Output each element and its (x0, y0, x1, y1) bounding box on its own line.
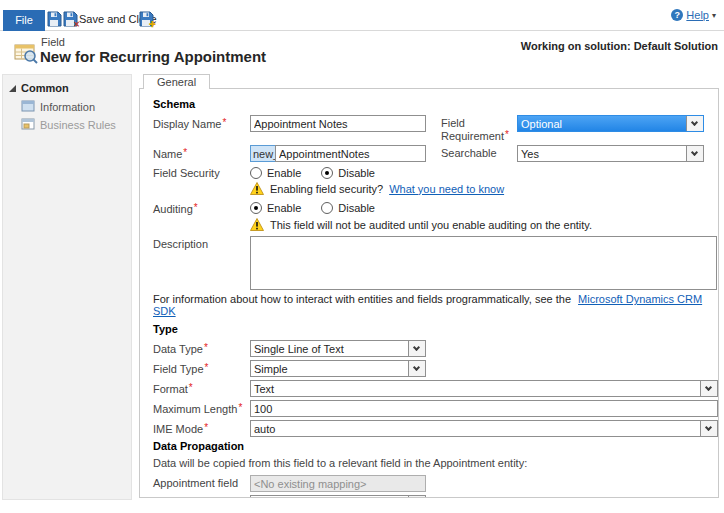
save-icon[interactable] (46, 11, 62, 27)
format-select[interactable]: Text (250, 380, 718, 397)
required-marker: * (189, 382, 193, 393)
warning-icon (250, 218, 264, 231)
auditing-enable-radio[interactable]: Enable (250, 202, 301, 214)
searchable-label: Searchable (441, 145, 517, 159)
maximum-length-row: Maximum Length* (153, 400, 718, 417)
help-menu[interactable]: ? Help ▾ (671, 9, 716, 21)
field-type-select[interactable]: Simple (250, 360, 426, 377)
display-name-input[interactable] (250, 115, 426, 132)
name-prefix: new_ (250, 145, 276, 162)
information-page-icon (21, 100, 35, 114)
dropdown-arrow-icon (408, 361, 425, 376)
description-label: Description (153, 236, 250, 250)
auditing-disable-radio[interactable]: Disable (321, 202, 375, 214)
type-section-heading: Type (153, 323, 718, 335)
description-input[interactable] (250, 236, 717, 290)
radio-selected-icon (321, 167, 333, 179)
main-content: General Schema Display Name* Field Requi… (139, 74, 719, 498)
warning-icon (250, 182, 264, 195)
field-requirement-label: Field Requirement* (441, 115, 517, 142)
select-field-row: Select Field* -Select- (153, 495, 718, 498)
entity-type-label: Field (41, 36, 65, 48)
chevron-down-icon: ▾ (712, 11, 716, 20)
dropdown-arrow-icon (408, 496, 425, 498)
name-input[interactable] (275, 145, 426, 162)
appointment-field-label: Appointment field (153, 475, 250, 489)
data-propagation-heading: Data Propagation (153, 440, 718, 452)
sidebar-item-business-rules[interactable]: Business Rules (3, 114, 131, 132)
toolbar: File ✕ Save and Close ✚ ? Help ▾ (0, 0, 724, 31)
required-marker: * (194, 202, 198, 213)
tab-general[interactable]: General (143, 74, 210, 89)
appointment-field-row: Appointment field (153, 475, 718, 492)
sidebar-item-label: Information (40, 101, 95, 113)
business-rules-icon (21, 118, 35, 132)
field-security-enable-radio[interactable]: Enable (250, 167, 301, 179)
sidebar-item-information[interactable]: Information (3, 96, 131, 114)
auditing-warning: This field will not be audited until you… (250, 218, 718, 231)
what-you-need-to-know-link[interactable]: What you need to know (389, 183, 504, 195)
schema-section-heading: Schema (153, 98, 718, 110)
name-label: Name* (153, 145, 250, 160)
dropdown-arrow-icon (686, 146, 703, 161)
auditing-row: Auditing* Enable Disable (153, 200, 718, 215)
required-marker: * (205, 362, 209, 373)
sdk-note: For information about how to interact wi… (153, 293, 718, 317)
appointment-field-input (250, 475, 426, 492)
sidebar-item-label: Business Rules (40, 119, 116, 131)
field-security-warning-text: Enabling field security? (270, 183, 383, 195)
dropdown-arrow-icon (686, 116, 703, 131)
field-entity-icon (14, 42, 38, 66)
name-row: Name* new_ Searchable Yes (153, 145, 718, 162)
save-and-new-icon[interactable]: ✚ (138, 11, 154, 27)
radio-icon (321, 202, 333, 214)
required-marker: * (505, 129, 509, 140)
format-label: Format* (153, 380, 250, 395)
ime-mode-label: IME Mode* (153, 420, 250, 435)
radio-selected-icon (250, 202, 262, 214)
data-type-label: Data Type* (153, 340, 250, 355)
general-form: Schema Display Name* Field Requirement* … (139, 88, 719, 498)
data-type-select[interactable]: Single Line of Text (250, 340, 426, 357)
dropdown-arrow-icon (700, 421, 717, 436)
field-security-label: Field Security (153, 165, 250, 179)
file-menu-button[interactable]: File (3, 10, 45, 31)
display-name-row: Display Name* Field Requirement* Optiona… (153, 115, 718, 142)
help-icon: ? (671, 9, 683, 21)
ime-mode-select[interactable]: auto (250, 420, 718, 437)
field-security-warning: Enabling field security? What you need t… (250, 182, 718, 195)
select-field-select[interactable]: -Select- (250, 495, 426, 498)
sidebar-group-label: Common (21, 82, 69, 94)
field-security-row: Field Security Enable Disable (153, 165, 718, 179)
field-security-disable-radio[interactable]: Disable (321, 167, 375, 179)
maximum-length-label: Maximum Length* (153, 400, 250, 415)
display-name-label: Display Name* (153, 115, 250, 130)
sidebar-group-common[interactable]: Common (3, 75, 131, 96)
required-marker: * (204, 342, 208, 353)
data-propagation-note: Data will be copied from this field to a… (153, 457, 718, 469)
sidebar: Common Information Business Rules (2, 74, 132, 500)
save-and-close-icon[interactable]: ✕ (62, 11, 78, 27)
description-row: Description (153, 236, 718, 290)
field-type-label: Field Type* (153, 360, 250, 375)
select-field-label: Select Field* (153, 495, 250, 498)
auditing-warning-text: This field will not be audited until you… (270, 219, 592, 231)
field-type-row: Field Type* Simple (153, 360, 718, 377)
sdk-note-text: For information about how to interact wi… (153, 293, 571, 305)
data-type-row: Data Type* Single Line of Text (153, 340, 718, 357)
required-marker: * (204, 422, 208, 433)
dropdown-arrow-icon (408, 341, 425, 356)
searchable-select[interactable]: Yes (517, 145, 704, 162)
ime-mode-row: IME Mode* auto (153, 420, 718, 437)
help-label: Help (686, 9, 709, 21)
page-title: New for Recurring Appointment (40, 48, 266, 65)
auditing-label: Auditing* (153, 200, 250, 215)
required-marker: * (211, 497, 215, 498)
radio-icon (250, 167, 262, 179)
expanded-triangle-icon (9, 85, 16, 92)
format-row: Format* Text (153, 380, 718, 397)
maximum-length-input[interactable] (250, 400, 718, 417)
dropdown-arrow-icon (700, 381, 717, 396)
field-requirement-select[interactable]: Optional (517, 115, 704, 132)
required-marker: * (183, 147, 187, 158)
